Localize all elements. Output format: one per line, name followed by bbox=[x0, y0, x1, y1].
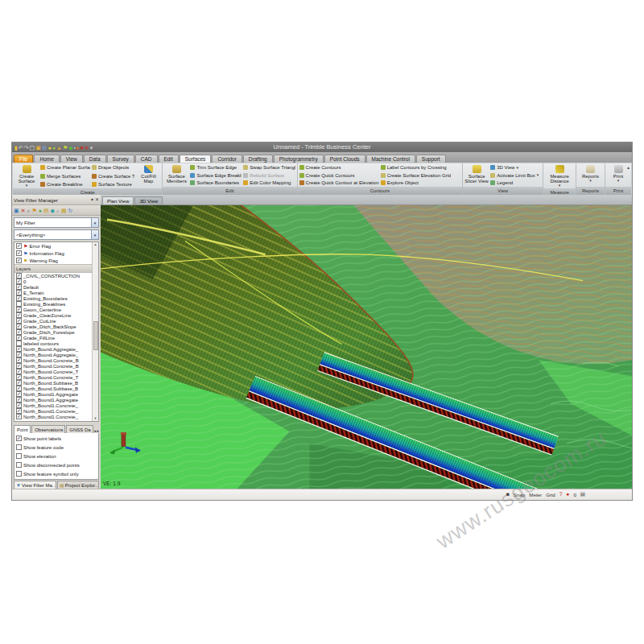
qat-icon[interactable]: ▲ bbox=[56, 145, 62, 151]
layer-checkbox[interactable] bbox=[16, 380, 22, 386]
view-tab[interactable]: Plan View bbox=[102, 196, 134, 204]
surface-edge-breakline-button[interactable]: Surface Edge Breakline bbox=[190, 173, 242, 178]
flag-row[interactable]: ⚑ Error Flag bbox=[14, 242, 92, 250]
panel-toolbar-icon[interactable]: ◆ bbox=[51, 208, 55, 213]
layer-checkbox[interactable] bbox=[16, 363, 22, 369]
layer-checkbox[interactable] bbox=[16, 279, 22, 284]
qat-icon[interactable]: ● bbox=[52, 145, 56, 151]
create-contours-button[interactable]: Create Contours bbox=[299, 165, 379, 170]
explore-object-button[interactable]: Explore Object bbox=[381, 180, 452, 185]
scroll-up-icon[interactable]: ▲ bbox=[93, 243, 98, 246]
layer-row[interactable]: Grade_Ditch_BackSlope bbox=[14, 324, 92, 329]
ribbon-tab[interactable]: Point Clouds bbox=[324, 155, 365, 163]
ribbon-tab[interactable]: Surfaces bbox=[180, 155, 212, 163]
option-checkbox[interactable] bbox=[16, 444, 22, 450]
reports-button[interactable]: Reports ▾ bbox=[578, 164, 602, 186]
chevron-down-icon[interactable]: ▾ bbox=[91, 218, 98, 227]
panel-toolbar-icon[interactable]: ● bbox=[39, 208, 42, 213]
panel-tab[interactable]: Observations bbox=[31, 425, 65, 433]
layer-checkbox[interactable] bbox=[16, 312, 22, 318]
layer-row[interactable]: North_Bound.Aggregate_ bbox=[14, 352, 92, 357]
layer-row[interactable]: Existing_Boundaries bbox=[14, 295, 92, 301]
ribbon-tab[interactable]: Survey bbox=[107, 155, 134, 163]
qat-icon[interactable]: ▪ bbox=[74, 145, 76, 151]
panel-toolbar-icon[interactable]: ⌕ bbox=[56, 208, 60, 213]
option-checkbox[interactable] bbox=[16, 453, 22, 459]
layer-row[interactable]: Geom_Centerline bbox=[14, 307, 92, 312]
printer-icon[interactable]: ▤ bbox=[580, 492, 585, 497]
create-breakline-button[interactable]: Create Breakline bbox=[40, 182, 90, 187]
measure-distance-button[interactable]: Measure Distance ▾ bbox=[547, 164, 572, 188]
create-planar-surface-button[interactable]: Create Planar Surface bbox=[40, 165, 90, 170]
help-icon[interactable]: ? bbox=[559, 492, 563, 497]
qat-icon[interactable]: ◆ bbox=[68, 145, 72, 151]
legend-button[interactable]: Legend bbox=[490, 180, 539, 185]
activate-limit-box-button[interactable]: Activate Limit Box▾ bbox=[490, 173, 539, 178]
layer-row[interactable]: North_Bound.Concrete_T bbox=[14, 374, 92, 380]
collapse-ribbon-icon[interactable]: ▴ bbox=[627, 164, 630, 170]
scrollbar-thumb[interactable] bbox=[93, 321, 98, 350]
layer-checkbox[interactable] bbox=[16, 301, 22, 307]
layer-checkbox[interactable] bbox=[16, 318, 22, 324]
option-row[interactable]: Show feature symbol only bbox=[16, 471, 97, 477]
layer-row[interactable]: Grade_Ditch_Foreslope bbox=[14, 329, 92, 335]
option-checkbox[interactable] bbox=[16, 471, 22, 477]
create-quick-contour-at-elevation-button[interactable]: Create Quick Contour at Elevation bbox=[299, 180, 379, 185]
ribbon-tab[interactable]: Data bbox=[84, 155, 106, 163]
layer-checkbox[interactable] bbox=[16, 374, 22, 380]
edit-color-mapping-button[interactable]: Edit Color Mapping bbox=[243, 180, 295, 185]
surface-texture-button[interactable]: Surface Texture bbox=[92, 182, 134, 187]
panel-toolbar-icon[interactable]: ⚑ bbox=[31, 208, 36, 213]
status-mode-label[interactable]: Meter bbox=[529, 492, 542, 497]
surface-boundaries-button[interactable]: Surface Boundaries bbox=[190, 180, 242, 185]
filter-dropdown[interactable]: My Filter ▾ bbox=[14, 217, 99, 228]
layer-checkbox[interactable] bbox=[16, 352, 22, 357]
layer-checkbox[interactable] bbox=[16, 341, 22, 346]
close-icon[interactable]: ✕ bbox=[95, 197, 99, 202]
qat-icon[interactable]: ▸ bbox=[76, 145, 80, 151]
flag-checkbox[interactable] bbox=[16, 258, 22, 263]
record-icon[interactable]: ● bbox=[566, 492, 569, 497]
ribbon-tab[interactable]: Photogrammetry bbox=[274, 155, 324, 163]
scroll-down-icon[interactable]: ▼ bbox=[93, 417, 98, 420]
surface-members-button[interactable]: Surface Members bbox=[164, 164, 188, 186]
qat-icon[interactable]: ▮ bbox=[14, 145, 18, 151]
layer-checkbox[interactable] bbox=[16, 307, 22, 312]
create-surface-button[interactable]: Create Surface ▾ bbox=[14, 164, 39, 188]
option-row[interactable]: Show disconnected points bbox=[16, 462, 97, 468]
qat-icon[interactable]: ■ bbox=[80, 145, 84, 151]
layer-checkbox[interactable] bbox=[16, 346, 22, 352]
scope-dropdown[interactable]: <Everything> ▾ bbox=[14, 229, 99, 240]
trim-surface-edge-button[interactable]: Trim Surface Edge bbox=[190, 165, 242, 170]
layer-row[interactable]: North_Bound.Subbase_B bbox=[14, 380, 92, 386]
layer-checkbox[interactable] bbox=[16, 329, 22, 335]
create-surface-tie-button[interactable]: Create Surface Tie bbox=[92, 174, 134, 179]
layer-checkbox[interactable] bbox=[16, 273, 22, 279]
3d-view-button[interactable]: 3D View▾ bbox=[490, 165, 539, 170]
layer-checkbox[interactable] bbox=[16, 397, 22, 402]
qat-icon[interactable]: ▦ bbox=[42, 145, 47, 151]
create-quick-contours-button[interactable]: Create Quick Contours bbox=[299, 173, 379, 178]
layer-row[interactable]: Grade_ClearZoneLine bbox=[14, 312, 92, 318]
label-contours-by-crossing-button[interactable]: Label Contours by Crossing bbox=[381, 165, 452, 170]
ribbon-tab[interactable]: Home bbox=[34, 155, 59, 163]
qat-icon[interactable]: ⚑ bbox=[63, 145, 68, 151]
layer-row[interactable]: North_Bound.Concrete_T bbox=[14, 369, 92, 374]
qat-icon[interactable]: ↶ bbox=[19, 145, 23, 151]
qat-icon[interactable]: ▾ bbox=[90, 145, 93, 151]
layer-row[interactable]: E_Terrain bbox=[14, 290, 92, 295]
layer-row[interactable]: North_Bound1.Concrete_ bbox=[14, 402, 92, 408]
create-surface-elevation-grid-button[interactable]: Create Surface Elevation Grid bbox=[381, 173, 452, 178]
ribbon-tab[interactable]: Machine Control bbox=[366, 155, 415, 163]
flag-row[interactable]: ⚑ Information Flag bbox=[14, 250, 92, 257]
layer-checkbox[interactable] bbox=[16, 414, 22, 419]
layer-row[interactable]: Existing_Breaklines bbox=[14, 301, 92, 307]
layer-row[interactable]: Grade_FillLine bbox=[14, 335, 92, 341]
qat-icon[interactable]: ▢ bbox=[30, 145, 35, 151]
panel-toolbar-icon[interactable]: ⌕ bbox=[27, 208, 31, 213]
cut-fill-map-button[interactable]: Cut/Fill Map bbox=[136, 164, 160, 188]
qat-icon[interactable]: ▣ bbox=[35, 145, 41, 151]
ribbon-tab[interactable]: Support bbox=[416, 155, 446, 163]
layer-row[interactable]: North_Bound.Concrete_B bbox=[14, 357, 92, 363]
layer-checkbox[interactable] bbox=[16, 357, 22, 363]
